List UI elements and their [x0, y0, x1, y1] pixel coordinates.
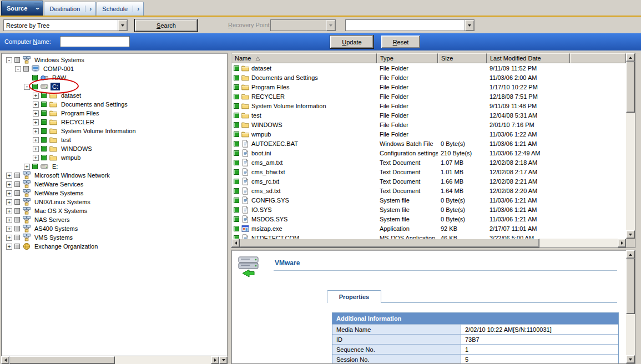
scroll-up-button[interactable]: [626, 53, 635, 62]
file-row-msdos.sys[interactable]: MSDOS.SYSSystem file0 Byte(s)11/03/06 1:…: [231, 214, 626, 224]
expand-icon[interactable]: +: [24, 164, 30, 170]
tree-node-windows-systems[interactable]: -Windows Systems: [2, 55, 227, 64]
file-row-io.sys[interactable]: IO.SYSSystem file0 Byte(s)11/03/06 1:21 …: [231, 205, 626, 214]
expand-icon[interactable]: +: [6, 244, 12, 250]
scrollbar-thumb[interactable]: [626, 259, 635, 314]
selection-checkbox[interactable]: [234, 65, 239, 71]
collapse-icon[interactable]: -: [15, 66, 21, 72]
selection-checkbox[interactable]: [234, 150, 239, 156]
file-row-cms-sd.txt[interactable]: cms_sd.txtText Document1.64 MB12/02/08 2…: [231, 186, 626, 195]
selection-checkbox[interactable]: [41, 110, 47, 116]
tree-node-unix-linux-systems[interactable]: +UNIX/Linux Systems: [2, 198, 227, 206]
selection-checkbox[interactable]: [234, 188, 239, 194]
dropdown-arrow-icon[interactable]: [465, 20, 474, 31]
tree-node-nas-servers[interactable]: +NAS Servers: [2, 215, 227, 224]
dropdown-arrow-icon[interactable]: [118, 20, 127, 31]
selection-checkbox[interactable]: [14, 173, 20, 178]
tree-node-vms-systems[interactable]: +VMS Systems: [2, 233, 227, 242]
tab-schedule[interactable]: Schedule›: [97, 2, 144, 16]
selection-checkbox[interactable]: [41, 93, 47, 98]
selection-checkbox[interactable]: [41, 128, 47, 134]
file-row-cms-am.txt[interactable]: cms_am.txtText Document1.07 MB12/02/08 2…: [231, 158, 626, 167]
tree-node-raw[interactable]: RAW: [2, 73, 227, 82]
selection-checkbox[interactable]: [234, 141, 239, 146]
column-header-type[interactable]: Type: [377, 53, 438, 63]
file-row-system-volume-information[interactable]: System Volume InformationFile Folder9/11…: [231, 101, 626, 110]
update-button[interactable]: Update: [330, 36, 374, 48]
restore-method-combobox[interactable]: Restore by Tree: [3, 19, 128, 31]
selection-checkbox[interactable]: [234, 113, 239, 118]
selection-checkbox[interactable]: [41, 102, 47, 107]
expand-icon[interactable]: +: [6, 181, 12, 188]
selection-checkbox[interactable]: [14, 208, 20, 214]
file-row-cms-bhw.txt[interactable]: cms_bhw.txtText Document1.01 MB12/02/08 …: [231, 167, 626, 176]
file-row-config.sys[interactable]: CONFIG.SYSSystem file0 Byte(s)11/03/06 1…: [231, 195, 626, 205]
tree-node-recycler[interactable]: +RECYCLER: [2, 118, 227, 127]
tree-horizontal-scrollbar[interactable]: [1, 356, 219, 364]
selection-checkbox[interactable]: [234, 216, 239, 222]
tree-node-system-volume-information[interactable]: +System Volume Information: [2, 127, 227, 135]
scroll-right-button[interactable]: [618, 239, 626, 247]
scroll-left-button[interactable]: [231, 239, 240, 247]
properties-vertical-scrollbar[interactable]: [626, 250, 635, 363]
scroll-down-button[interactable]: [626, 230, 635, 239]
tree-node-microsoft-windows-network[interactable]: +Microsoft Windows Network: [2, 171, 227, 180]
column-header-size[interactable]: Size: [438, 53, 487, 63]
expand-icon[interactable]: +: [6, 217, 12, 223]
tab-source[interactable]: Source›: [1, 1, 43, 16]
search-button[interactable]: Search: [135, 19, 198, 32]
column-header-last-modified-date[interactable]: Last Modified Date: [487, 53, 570, 63]
tree-node-as400-systems[interactable]: +AS400 Systems: [2, 224, 227, 233]
file-row-documents-and-settings[interactable]: Documents and SettingsFile Folder11/03/0…: [231, 73, 626, 82]
selection-checkbox[interactable]: [234, 103, 239, 109]
selection-checkbox[interactable]: [41, 119, 47, 125]
expand-icon[interactable]: +: [33, 102, 39, 108]
selection-checkbox[interactable]: [14, 226, 20, 231]
expand-icon[interactable]: +: [33, 146, 39, 152]
file-row-program-files[interactable]: Program FilesFile Folder1/17/10 10:22 PM: [231, 82, 626, 92]
file-row-cms-rc.txt[interactable]: cms_rc.txtText Document1.66 MB12/02/08 2…: [231, 176, 626, 186]
recovery-point-combobox-2[interactable]: [345, 19, 475, 31]
file-list-vertical-scrollbar[interactable]: [626, 53, 635, 239]
expand-icon[interactable]: +: [6, 199, 12, 205]
scroll-left-button[interactable]: [1, 356, 9, 364]
tab-destination[interactable]: Destination›: [44, 2, 96, 16]
file-row-ntdetect.com[interactable]: NTDETECT.COMMS-DOS Application46 KB3/22/…: [231, 233, 626, 239]
selection-checkbox[interactable]: [234, 207, 239, 213]
reset-button[interactable]: Reset: [381, 36, 420, 48]
selection-checkbox[interactable]: [234, 226, 239, 231]
selection-checkbox[interactable]: [32, 75, 38, 80]
selection-checkbox[interactable]: [234, 132, 239, 137]
selection-checkbox[interactable]: [234, 198, 239, 203]
tree-node-wmpub[interactable]: +wmpub: [2, 153, 227, 162]
tree-node-dataset[interactable]: +dataset: [2, 91, 227, 100]
column-header-name[interactable]: Name: [231, 53, 377, 63]
selection-checkbox[interactable]: [234, 179, 239, 184]
scrollbar-thumb[interactable]: [240, 239, 539, 247]
expand-icon[interactable]: +: [6, 173, 12, 179]
scroll-up-button[interactable]: [626, 250, 635, 259]
scroll-down-button[interactable]: [219, 356, 228, 364]
tree-node-test[interactable]: +test: [2, 135, 227, 144]
scroll-right-button[interactable]: [211, 356, 219, 364]
file-row-msizap.exe[interactable]: msizap.exeApplication92 KB2/17/07 11:01 …: [231, 224, 626, 233]
expand-icon[interactable]: +: [6, 235, 12, 241]
file-row-dataset[interactable]: datasetFile Folder9/11/09 11:52 PM: [231, 63, 626, 73]
selection-checkbox[interactable]: [14, 199, 20, 205]
collapse-icon[interactable]: -: [6, 57, 12, 63]
scroll-down-button[interactable]: [626, 355, 635, 363]
tree-node-e[interactable]: +E:: [2, 162, 227, 171]
selection-checkbox[interactable]: [14, 57, 20, 63]
expand-icon[interactable]: +: [33, 155, 39, 161]
file-row-recycler[interactable]: RECYCLERFile Folder12/18/08 7:51 PM: [231, 92, 626, 101]
file-row-test[interactable]: testFile Folder12/04/08 5:31 AM: [231, 110, 626, 120]
selection-checkbox[interactable]: [14, 181, 20, 187]
tree-node-documents-and-settings[interactable]: +Documents and Settings: [2, 100, 227, 109]
tree-node-comp-001[interactable]: -COMP-001: [2, 64, 227, 73]
selection-checkbox[interactable]: [234, 160, 239, 165]
selection-checkbox[interactable]: [14, 190, 20, 196]
file-row-wmpub[interactable]: wmpubFile Folder11/03/06 1:22 AM: [231, 129, 626, 139]
file-row-windows[interactable]: WINDOWSFile Folder2/01/10 7:16 PM: [231, 120, 626, 129]
expand-icon[interactable]: +: [33, 110, 39, 117]
selection-checkbox[interactable]: [234, 122, 239, 128]
